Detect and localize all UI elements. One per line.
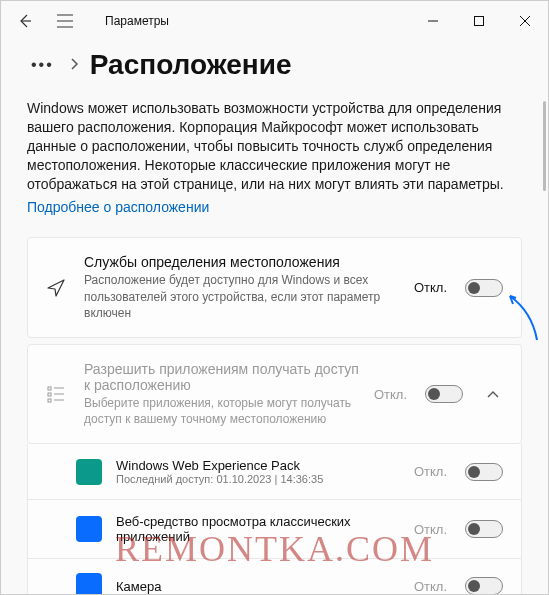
location-services-state: Откл. [414, 280, 447, 295]
app-state: Откл. [414, 579, 447, 594]
learn-more-link[interactable]: Подробнее о расположении [27, 199, 209, 215]
list-icon [42, 385, 70, 403]
maximize-button[interactable] [456, 1, 502, 41]
app-toggle[interactable] [465, 463, 503, 481]
location-services-card[interactable]: Службы определения местоположения Распол… [27, 237, 522, 338]
app-toggle[interactable] [465, 577, 503, 594]
app-name: Камера [116, 579, 400, 594]
location-services-subtitle: Расположение будет доступно для Windows … [84, 272, 400, 321]
app-list: Windows Web Experience PackПоследний дос… [27, 444, 522, 594]
minimize-button[interactable] [410, 1, 456, 41]
app-access-card[interactable]: Разрешить приложениям получать доступ к … [27, 344, 522, 444]
app-row[interactable]: Веб-средство просмотра классических прил… [27, 500, 522, 559]
page-title: Расположение [90, 49, 292, 81]
app-access-toggle[interactable] [425, 385, 463, 403]
app-access-subtitle: Выберите приложения, которые могут получ… [84, 395, 360, 427]
scrollbar[interactable] [543, 101, 546, 191]
location-services-toggle[interactable] [465, 279, 503, 297]
app-icon [76, 573, 102, 594]
app-state: Откл. [414, 522, 447, 537]
svg-rect-3 [48, 399, 51, 402]
location-services-title: Службы определения местоположения [84, 254, 400, 270]
app-row[interactable]: Windows Web Experience PackПоследний дос… [27, 444, 522, 500]
location-arrow-icon [42, 278, 70, 298]
chevron-up-icon[interactable] [483, 390, 503, 398]
app-last-access: Последний доступ: 01.10.2023 | 14:36:35 [116, 473, 400, 485]
app-access-title: Разрешить приложениям получать доступ к … [84, 361, 360, 393]
menu-icon[interactable] [55, 11, 75, 31]
chevron-right-icon [70, 57, 78, 73]
svg-rect-0 [475, 17, 484, 26]
app-name: Windows Web Experience Pack [116, 458, 400, 473]
app-state: Откл. [414, 464, 447, 479]
app-row[interactable]: КамераОткл. [27, 559, 522, 594]
app-name: Веб-средство просмотра классических прил… [116, 514, 400, 544]
back-button[interactable] [15, 11, 35, 31]
close-button[interactable] [502, 1, 548, 41]
intro-text: Windows может использовать возможности у… [27, 99, 522, 193]
app-access-state: Откл. [374, 387, 407, 402]
breadcrumb-overflow-icon[interactable]: ••• [27, 56, 58, 74]
titlebar: Параметры [1, 1, 548, 41]
window-title: Параметры [105, 14, 169, 28]
app-icon [76, 516, 102, 542]
svg-rect-1 [48, 387, 51, 390]
app-toggle[interactable] [465, 520, 503, 538]
content-area: ••• Расположение Windows может использов… [1, 41, 548, 594]
app-icon [76, 459, 102, 485]
breadcrumb: ••• Расположение [27, 49, 522, 81]
svg-rect-2 [48, 393, 51, 396]
